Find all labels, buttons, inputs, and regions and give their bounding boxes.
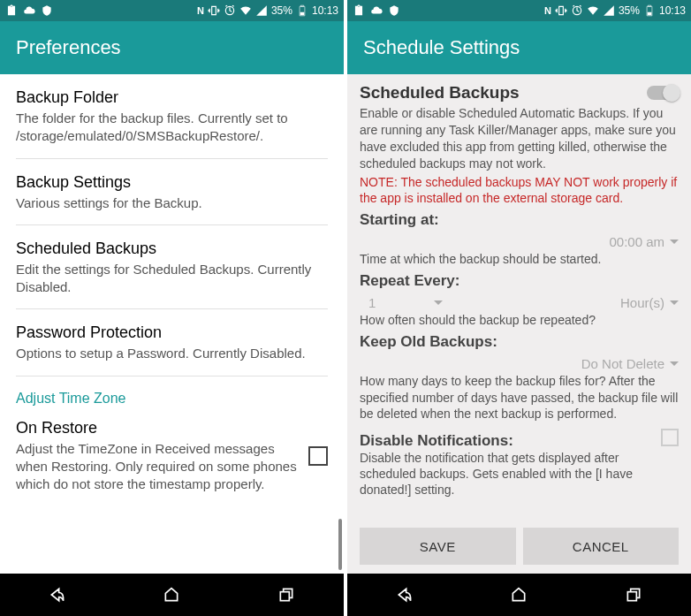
battery-percent: 35% xyxy=(271,4,292,17)
chevron-down-icon xyxy=(670,361,679,366)
action-bar-right: Schedule Settings xyxy=(347,21,691,74)
nav-bar xyxy=(0,574,344,616)
page-title: Preferences xyxy=(16,36,121,59)
phone-left: N 35% 10:13 Preferences Backup Folder Th… xyxy=(0,0,344,616)
nfc-icon: N xyxy=(544,5,551,16)
scheduled-backups-title: Scheduled Backups xyxy=(360,83,520,103)
phone-right: N 35% 10:13 Schedule Settings Scheduled … xyxy=(347,0,691,616)
alarm-icon xyxy=(571,4,583,17)
wifi-icon xyxy=(239,4,252,17)
notif-helper: Disable the notification that gets displ… xyxy=(360,450,679,498)
pref-on-restore[interactable]: On Restore Adjust the TimeZone in Receiv… xyxy=(0,412,344,506)
pref-summary: Options to setup a Password. Currently D… xyxy=(16,345,328,362)
nav-bar xyxy=(347,574,691,616)
vibrate-icon xyxy=(555,4,567,17)
pref-summary: Various settings for the Backup. xyxy=(16,194,328,212)
back-button[interactable] xyxy=(48,585,67,605)
svg-rect-0 xyxy=(300,12,305,16)
cloud-icon xyxy=(23,4,35,17)
wifi-icon xyxy=(587,4,599,17)
shield-icon xyxy=(41,4,53,17)
scheduled-backups-note: NOTE: The scheduled backups MAY NOT work… xyxy=(360,174,679,206)
clipboard-icon xyxy=(353,4,365,17)
recent-apps-button[interactable] xyxy=(624,585,643,605)
repeat-label: Repeat Every: xyxy=(360,272,679,290)
pref-backup-settings[interactable]: Backup Settings Various settings for the… xyxy=(0,159,344,224)
home-button[interactable] xyxy=(162,585,181,605)
pref-summary: Adjust the TimeZone in Received messages… xyxy=(16,440,300,494)
pref-title: Backup Folder xyxy=(16,88,328,107)
cancel-button[interactable]: CANCEL xyxy=(523,528,680,565)
chevron-down-icon xyxy=(670,240,679,244)
pref-backup-folder[interactable]: Backup Folder The folder for the backup … xyxy=(0,74,344,158)
repeat-count: 1 xyxy=(368,295,376,310)
recent-apps-button[interactable] xyxy=(277,585,296,605)
pref-password-protection[interactable]: Password Protection Options to setup a P… xyxy=(0,309,344,375)
shield-icon xyxy=(388,4,400,17)
chevron-down-icon xyxy=(670,300,679,305)
page-title: Schedule Settings xyxy=(363,36,520,59)
starting-at-value: 00:00 am xyxy=(609,234,664,249)
pref-summary: The folder for the backup files. Current… xyxy=(16,110,328,146)
button-row: SAVE CANCEL xyxy=(360,519,679,574)
chevron-down-icon xyxy=(434,300,443,305)
pref-title: On Restore xyxy=(16,419,300,437)
starting-at-value-row[interactable]: 00:00 am xyxy=(360,229,679,251)
svg-rect-3 xyxy=(627,592,636,601)
battery-icon xyxy=(296,4,308,17)
starting-at-helper: Time at which the backup should be start… xyxy=(360,251,679,267)
scheduled-backups-heading: Scheduled Backups xyxy=(360,83,679,103)
repeat-value-row[interactable]: 1 Hour(s) xyxy=(360,290,679,312)
keep-label: Keep Old Backups: xyxy=(360,333,679,351)
alarm-icon xyxy=(224,4,236,17)
status-time: 10:13 xyxy=(659,4,686,17)
pref-title: Scheduled Backups xyxy=(16,240,328,258)
battery-icon xyxy=(643,4,656,17)
signal-icon xyxy=(603,4,615,17)
cloud-icon xyxy=(370,4,383,17)
pref-scheduled-backups[interactable]: Scheduled Backups Edit the settings for … xyxy=(0,225,344,309)
action-bar-left: Preferences xyxy=(0,21,344,74)
switch-knob xyxy=(663,84,680,102)
checkbox-on-restore[interactable] xyxy=(308,446,328,466)
status-bar: N 35% 10:13 xyxy=(0,0,344,21)
preferences-list[interactable]: Backup Folder The folder for the backup … xyxy=(0,74,344,574)
nfc-icon: N xyxy=(197,5,204,16)
pref-summary: Edit the settings for Scheduled Backups.… xyxy=(16,261,328,297)
repeat-unit: Hour(s) xyxy=(620,295,664,310)
pref-title: Backup Settings xyxy=(16,173,328,192)
svg-rect-1 xyxy=(280,592,289,601)
pref-title: Password Protection xyxy=(16,323,328,342)
repeat-helper: How often should the backup be repeated? xyxy=(360,312,679,328)
status-time: 10:13 xyxy=(312,4,338,17)
home-button[interactable] xyxy=(509,585,528,605)
scheduled-backups-desc: Enable or disable Scheduled Automatic Ba… xyxy=(360,105,679,172)
battery-percent: 35% xyxy=(619,4,640,17)
keep-value: Do Not Delete xyxy=(581,356,664,371)
notif-checkbox[interactable] xyxy=(661,429,679,446)
keep-value-row[interactable]: Do Not Delete xyxy=(360,351,679,373)
notif-label: Disable Notifications: xyxy=(360,432,661,450)
category-adjust-timezone: Adjust Time Zone xyxy=(0,376,344,412)
scroll-indicator[interactable] xyxy=(338,519,342,570)
schedule-settings: Scheduled Backups Enable or disable Sche… xyxy=(347,74,691,574)
keep-helper: How many days to keep the backup files f… xyxy=(360,373,679,422)
scheduled-backups-switch[interactable] xyxy=(647,86,679,100)
starting-at-label: Starting at: xyxy=(360,211,679,229)
svg-rect-2 xyxy=(648,12,652,16)
status-bar: N 35% 10:13 xyxy=(347,0,691,21)
save-button[interactable]: SAVE xyxy=(360,528,516,565)
back-button[interactable] xyxy=(395,585,414,605)
clipboard-icon xyxy=(5,4,18,17)
signal-icon xyxy=(255,4,268,17)
vibrate-icon xyxy=(208,4,220,17)
